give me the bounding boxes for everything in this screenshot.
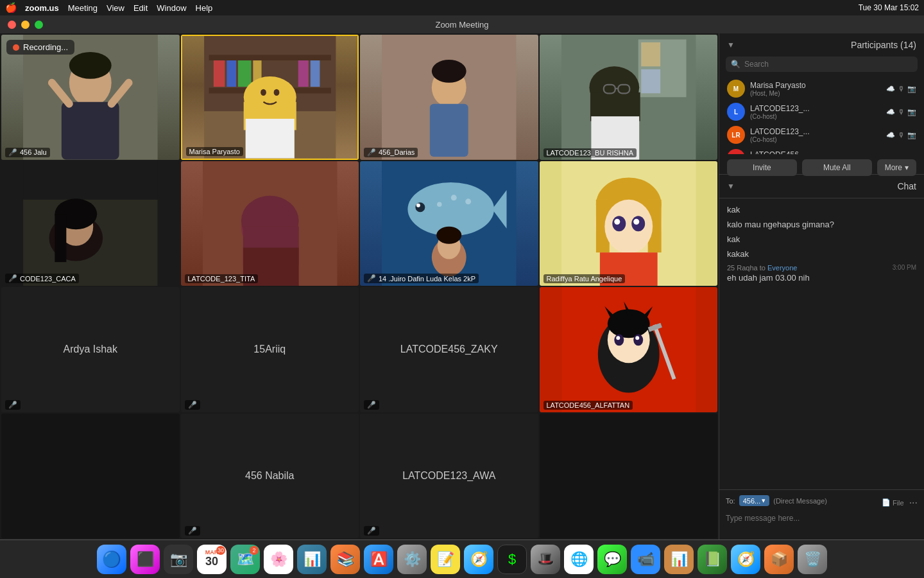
cloud-icon: ☁️: [886, 131, 895, 139]
video-cell-16: [540, 414, 718, 539]
dock-finder[interactable]: 🔵: [97, 545, 126, 574]
participant-name-6: LATCODE_123_TITA: [185, 274, 259, 283]
main-container: Recording...: [0, 33, 924, 539]
menu-meeting[interactable]: Meeting: [68, 3, 98, 13]
dock-books[interactable]: 📚: [330, 545, 360, 574]
list-item: L LATCODE123_... (Co-host) ☁️ 🎙 📷: [719, 100, 924, 123]
chat-input[interactable]: [726, 514, 918, 532]
svg-point-6: [69, 52, 112, 79]
apple-logo-icon[interactable]: 🍎: [5, 2, 17, 13]
avatar: LR: [727, 126, 745, 144]
cloud-icon: ☁️: [886, 108, 895, 116]
participant-name-4: LATCODE123_BU RISHNA: [543, 148, 637, 157]
video-cell-10[interactable]: 15Ariiq 🎤: [181, 287, 359, 412]
video-cell-12[interactable]: LATCODE456_ALFATTAN: [540, 287, 718, 412]
dock-notes[interactable]: 📝: [431, 545, 460, 574]
dock-appstore[interactable]: 🅰️: [364, 545, 393, 574]
dock-powerpoint[interactable]: 📊: [664, 545, 694, 574]
more-button[interactable]: More ▾: [877, 159, 916, 176]
chat-text: kak: [727, 205, 916, 215]
chevron-down-icon: ▾: [905, 163, 909, 172]
svg-rect-11: [213, 60, 225, 87]
menu-help[interactable]: Help: [196, 3, 213, 13]
dock-keynote[interactable]: 📊: [297, 545, 327, 574]
chat-header[interactable]: ▼ Chat: [719, 175, 924, 198]
dock-messages[interactable]: 💬: [597, 545, 627, 574]
dock-archive[interactable]: 📦: [764, 545, 794, 574]
mic-icon: 🎙: [898, 108, 905, 116]
dock-photos[interactable]: 🌸: [264, 545, 293, 574]
muted-icon-15: 🎤: [367, 527, 376, 535]
chat-more-button[interactable]: ···: [909, 497, 918, 509]
dock-zoom[interactable]: 📹: [631, 545, 660, 574]
dock-calendar[interactable]: MAR 30 30: [197, 545, 227, 574]
svg-point-55: [465, 198, 471, 204]
search-input[interactable]: [744, 60, 912, 69]
video-cell-3[interactable]: 🎤 456_Darias: [360, 35, 538, 160]
muted-icon-14: 🎤: [188, 527, 197, 535]
chat-sender: 25 Raqha to: [727, 264, 767, 272]
mute-all-button[interactable]: Mute All: [802, 159, 872, 176]
dock-launchpad[interactable]: ⬛: [130, 545, 160, 574]
video-area: Recording...: [0, 33, 719, 539]
muted-icon-10: 🎤: [188, 401, 197, 409]
chevron-down-icon: ▾: [762, 496, 766, 505]
mic-icon: 🎙: [898, 131, 905, 139]
dock-safari-blue[interactable]: 🧭: [464, 545, 493, 574]
list-item: M Marisa Paryasto (Host, Me) ☁️ 🎙 📷: [719, 77, 924, 100]
dock-settings[interactable]: ⚙️: [397, 545, 427, 574]
video-cell-5[interactable]: 🎤 CODE123_CACA: [1, 161, 180, 286]
window-controls[interactable]: [8, 21, 43, 29]
video-cell-4[interactable]: LATCODE123_BU RISHNA: [540, 35, 718, 160]
participants-title: Participants (14): [851, 40, 916, 50]
menubar-time: Tue 30 Mar 15:02: [859, 3, 919, 12]
camera-icon: 📷: [907, 131, 916, 139]
camera-icon: 📷: [907, 108, 916, 116]
video-cell-14[interactable]: 456 Nabila 🎤: [181, 414, 359, 539]
video-cell-15[interactable]: LATCODE123_AWA 🎤: [360, 414, 538, 539]
recording-label: Recording...: [23, 42, 68, 52]
menu-app[interactable]: zoom.us: [25, 3, 59, 13]
chat-file-button[interactable]: 📄 File: [882, 498, 904, 507]
video-cell-8[interactable]: Radiffya Ratu Angelique: [540, 161, 718, 286]
chat-text: kakak: [727, 249, 916, 259]
participant-info: LATCODE123_... (Co-host): [750, 127, 881, 143]
avatar: L: [727, 103, 745, 121]
video-cell-7[interactable]: 🎤 14 .Juiro Dafin Luda Kelas 2kP: [360, 161, 538, 286]
dock-trash[interactable]: 🗑️: [798, 545, 827, 574]
menu-view[interactable]: View: [107, 3, 124, 13]
dock-screenshot[interactable]: 📷: [164, 545, 193, 574]
maps-badge: 2: [250, 546, 259, 555]
dock-chrome[interactable]: 🌐: [564, 545, 594, 574]
chat-recipient-dropdown[interactable]: 456... ▾: [739, 495, 770, 506]
svg-rect-16: [310, 60, 320, 87]
svg-point-72: [633, 218, 639, 224]
chat-to-row: To: 456... ▾ (Direct Message): [726, 495, 827, 506]
dock-terminal[interactable]: $: [497, 545, 527, 574]
dock-excel[interactable]: 📗: [697, 545, 727, 574]
svg-rect-31: [641, 69, 660, 93]
close-button[interactable]: [8, 21, 16, 29]
participants-header[interactable]: ▼ Participants (14): [719, 33, 924, 57]
invite-button[interactable]: Invite: [727, 159, 797, 176]
dock-maps[interactable]: 🗺️ 2: [230, 545, 260, 574]
window-title: Zoom Meeting: [435, 20, 488, 30]
svg-point-83: [616, 336, 620, 340]
participant-name-center-9: Ardya Ishak: [10, 344, 171, 355]
video-cell-9[interactable]: Ardya Ishak 🎤: [1, 287, 180, 412]
video-cell-11[interactable]: LATCODE456_ZAKY 🎤: [360, 287, 538, 412]
maximize-button[interactable]: [35, 21, 43, 29]
participant-list: M Marisa Paryasto (Host, Me) ☁️ 🎙 📷 L LA…: [719, 77, 924, 154]
dock-safari[interactable]: 🧭: [731, 545, 760, 574]
search-bar[interactable]: 🔍: [726, 57, 918, 72]
video-cell-2[interactable]: Marisa Paryasto: [181, 35, 359, 160]
menu-edit[interactable]: Edit: [133, 3, 148, 13]
svg-point-22: [273, 89, 279, 96]
recording-dot-icon: [13, 44, 19, 51]
video-cell-6[interactable]: LATCODE_123_TITA: [181, 161, 359, 286]
menu-window[interactable]: Window: [157, 3, 186, 13]
participant-name-14: 🎤: [185, 526, 200, 536]
svg-point-62: [436, 226, 461, 243]
dock-alfred[interactable]: 🎩: [531, 545, 560, 574]
minimize-button[interactable]: [21, 21, 30, 29]
